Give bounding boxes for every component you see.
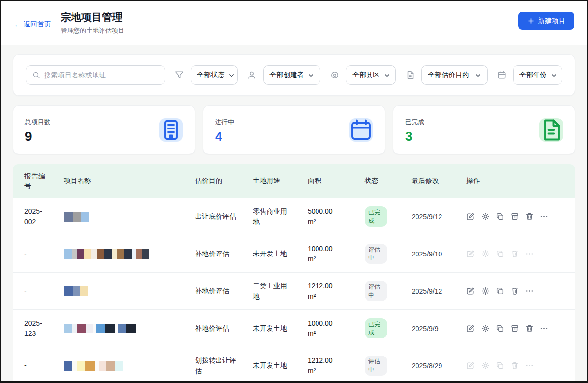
district-select[interactable]: 全部县区 <box>346 65 396 85</box>
project-name-redacted <box>64 212 187 222</box>
gear-icon <box>481 361 490 370</box>
copy-icon[interactable] <box>496 324 504 332</box>
actions-cell <box>463 212 575 221</box>
copy-icon <box>496 250 504 258</box>
project-name-redacted <box>64 286 187 296</box>
trash-icon[interactable] <box>525 212 534 221</box>
stats-row: 总项目数 9 进行中 4 已完成 3 <box>13 105 575 154</box>
redacted-block <box>86 324 93 333</box>
project-name-redacted <box>64 324 187 333</box>
area-value: 1000.00 <box>308 318 357 329</box>
redacted-block <box>72 249 77 259</box>
table-body: 2025-002出让底价评估零售商业用地5000.00m²已完成2025/9/1… <box>13 198 575 383</box>
table-row[interactable]: -划拨转出让评估未开发土地1212.00m²评估中2025/8/29 <box>13 347 575 383</box>
purpose-select[interactable]: 全部估价目的 <box>421 65 488 85</box>
more-icon[interactable] <box>540 212 548 221</box>
app-header: ← 返回首页 宗地项目管理 管理您的土地评估项目 新建项目 <box>1 1 587 45</box>
redacted-block <box>73 286 80 296</box>
redacted-block <box>105 324 115 333</box>
archive-icon[interactable] <box>511 212 519 221</box>
year-select-value: 全部年份 <box>519 71 547 79</box>
year-select[interactable]: 全部年份 <box>513 65 562 85</box>
table-row[interactable]: 2025-002出让底价评估零售商业用地5000.00m²已完成2025/9/1… <box>13 198 575 235</box>
more-icon[interactable] <box>540 324 548 332</box>
purpose-text: 补地价评估 <box>195 286 229 296</box>
edit-icon[interactable] <box>466 212 475 221</box>
search-input[interactable] <box>44 71 159 79</box>
trash-icon[interactable] <box>511 287 519 295</box>
table-header-row: 报告编号 项目名称 估价目的 土地用途 面积 状态 最后修改 操作 <box>13 164 575 198</box>
title-block: 宗地项目管理 管理您的土地评估项目 <box>61 10 124 35</box>
status-badge: 评估中 <box>365 281 387 302</box>
project-name-redacted <box>64 361 187 371</box>
last-modified-cell: 2025/8/29 <box>408 362 463 370</box>
column-header-actions: 操作 <box>463 177 575 185</box>
status-badge: 已完成 <box>365 206 387 227</box>
copy-icon[interactable] <box>496 287 504 295</box>
status-cell: 评估中 <box>361 356 408 376</box>
copy-icon[interactable] <box>496 212 504 221</box>
trash-icon[interactable] <box>525 324 534 332</box>
gear-icon[interactable] <box>481 212 490 221</box>
gear-icon[interactable] <box>481 324 490 332</box>
status-select[interactable]: 全部状态 <box>191 65 238 85</box>
report-no-cell: - <box>13 360 60 370</box>
stat-card-in-progress: 进行中 4 <box>203 105 385 154</box>
redacted-block <box>106 361 115 371</box>
purpose-cell: 划拨转出让评估 <box>191 356 249 376</box>
redacted-block <box>80 286 88 296</box>
page: { "header": { "back_arrow": "←", "back_l… <box>0 0 588 383</box>
purpose-text: 出让底价评估 <box>195 211 236 222</box>
redacted-block <box>126 324 136 333</box>
area-unit: m² <box>308 366 357 376</box>
redacted-block <box>142 249 149 259</box>
status-badge: 评估中 <box>365 244 387 264</box>
creator-select[interactable]: 全部创建者 <box>263 65 320 85</box>
stat-value: 9 <box>25 130 50 143</box>
status-badge: 已完成 <box>365 318 387 339</box>
search-box <box>26 65 165 85</box>
redacted-block <box>95 361 99 371</box>
redacted-block <box>77 361 85 371</box>
redacted-block <box>64 212 73 222</box>
redacted-block <box>97 249 104 259</box>
calendar-icon <box>349 118 373 142</box>
report-no-cell: 2025-123 <box>13 318 60 338</box>
chevron-down-icon <box>384 72 390 78</box>
back-home-link[interactable]: ← 返回首页 <box>14 20 51 29</box>
table-row[interactable]: -补地价评估未开发土地1000.00m²评估中2025/9/10 <box>13 235 575 272</box>
report-no: - <box>24 360 27 370</box>
edit-icon[interactable] <box>466 287 475 295</box>
redacted-block <box>132 249 136 259</box>
purpose-text: 划拨转出让评估 <box>195 356 238 376</box>
land-use-text: 未开发土地 <box>253 360 287 371</box>
gear-icon[interactable] <box>481 287 490 295</box>
actions-cell <box>463 361 575 370</box>
area-unit: m² <box>308 254 357 264</box>
edit-icon[interactable] <box>466 324 475 332</box>
table-row[interactable]: -补地价评估二类工业用地1212.00m²评估中2025/9/12 <box>13 272 575 309</box>
archive-icon[interactable] <box>511 324 519 332</box>
project-name-cell <box>60 324 191 333</box>
redacted-block <box>81 212 89 222</box>
copy-icon <box>496 361 504 370</box>
purpose-cell: 补地价评估 <box>191 249 249 259</box>
redacted-block <box>117 249 124 259</box>
area-cell: 1212.00m² <box>304 281 361 302</box>
report-no: - <box>24 286 27 296</box>
edit-icon <box>466 361 475 370</box>
column-header-land-use: 土地用途 <box>249 177 304 185</box>
land-use-cell: 未开发土地 <box>249 323 304 333</box>
purpose-cell: 补地价评估 <box>191 323 249 333</box>
land-use-cell: 未开发土地 <box>249 249 304 259</box>
trash-icon <box>511 250 519 258</box>
stat-label: 已完成 <box>405 118 424 127</box>
purpose-cell: 出让底价评估 <box>191 211 249 222</box>
document-icon <box>406 71 415 79</box>
more-icon[interactable] <box>525 287 534 295</box>
chevron-down-icon <box>551 72 557 78</box>
file-text-icon <box>539 118 563 142</box>
new-project-button[interactable]: 新建项目 <box>518 12 574 30</box>
table-row[interactable]: 2025-123补地价评估未开发土地1000.00m²已完成2025/9/9 <box>13 309 575 347</box>
column-header-area: 面积 <box>304 177 361 185</box>
